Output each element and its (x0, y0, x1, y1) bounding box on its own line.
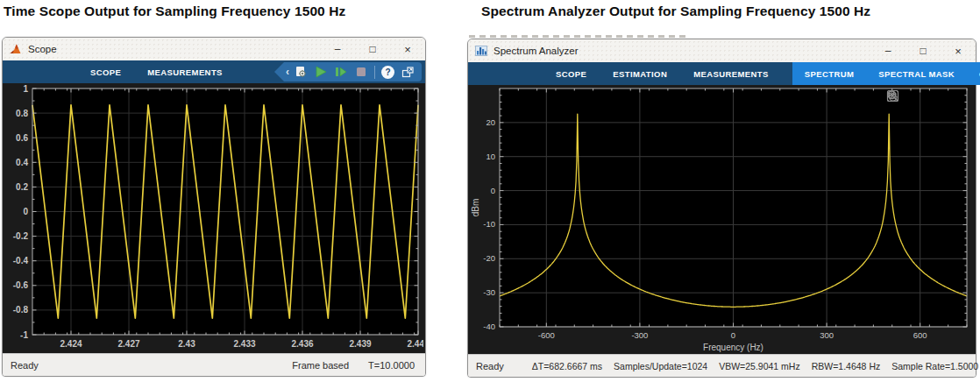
tab-spectral-mask[interactable]: SPECTRAL MASK (866, 62, 967, 85)
svg-text:1: 1 (23, 84, 28, 94)
svg-text:-0.6: -0.6 (13, 280, 29, 290)
scope-statusbar: Ready Frame based T=10.0000 (3, 353, 425, 376)
settings-icon[interactable] (294, 64, 308, 80)
svg-text:2.436: 2.436 (291, 339, 313, 349)
metric-sample-rate: Sample Rate=1.5000 kHz (891, 361, 980, 371)
chevron-left-icon[interactable]: ‹ (286, 66, 289, 78)
svg-text:300: 300 (820, 330, 834, 340)
spectrum-analyzer-logo-icon (475, 46, 487, 56)
pan-icon[interactable] (903, 89, 917, 103)
status-ready: Ready (3, 360, 39, 371)
svg-text:-40: -40 (483, 322, 495, 331)
svg-text:2.424: 2.424 (60, 339, 82, 349)
svg-text:0.2: 0.2 (16, 182, 28, 192)
matlab-logo-icon (10, 44, 22, 54)
status-ready: Ready (468, 361, 504, 371)
metric-vbw: VBW=25.9041 mHz (719, 361, 800, 371)
close-button[interactable]: × (941, 39, 976, 62)
spectrum-titlebar[interactable]: Spectrum Analyzer – □ × (468, 39, 976, 62)
tab-estimation[interactable]: ESTIMATION (600, 62, 680, 85)
tab-measurements[interactable]: MEASUREMENTS (134, 60, 236, 83)
status-sim-time: T=10.0000 (368, 360, 415, 371)
ghost-window-artifact (469, 35, 690, 38)
metric-rbw: RBW=1.4648 Hz (812, 361, 881, 371)
metric-delta-t: ΔT=682.6667 ms (532, 361, 602, 371)
svg-text:-30: -30 (483, 287, 495, 297)
svg-text:0: 0 (23, 207, 28, 216)
toolbar-divider (374, 66, 375, 79)
status-metrics: ΔT=682.6667 ms Samples/Update=1024 VBW=2… (532, 361, 980, 371)
zoom-out-icon[interactable] (936, 89, 950, 103)
svg-text:Frequency (Hz): Frequency (Hz) (703, 343, 763, 352)
svg-text:-600: -600 (538, 330, 555, 340)
spectrum-statusbar: Ready ΔT=682.6667 ms Samples/Update=1024… (468, 354, 976, 377)
maximize-button[interactable]: □ (905, 39, 941, 62)
svg-text:2.43: 2.43 (178, 339, 195, 349)
left-figure-title: Time Scope Output for Sampling Frequency… (4, 4, 345, 19)
expand-icon[interactable] (953, 89, 967, 103)
svg-text:-1: -1 (20, 330, 28, 340)
spectrum-toolstrip: SCOPE ESTIMATION MEASUREMENTS SPECTRUM S… (468, 62, 976, 85)
scope-toolstrip: SCOPE MEASUREMENTS ‹ (3, 60, 425, 83)
step-forward-icon[interactable] (334, 64, 348, 80)
help-icon[interactable]: ? (381, 66, 394, 79)
svg-text:-20: -20 (483, 253, 495, 263)
svg-text:10: 10 (486, 152, 495, 161)
svg-text:0.4: 0.4 (16, 158, 28, 167)
window-title: Scope (28, 44, 57, 54)
svg-text:600: 600 (913, 330, 927, 340)
zoom-in-icon[interactable] (920, 89, 934, 103)
tab-spectrum[interactable]: SPECTRUM (792, 62, 867, 85)
svg-text:0.8: 0.8 (16, 109, 28, 118)
svg-text:2.442: 2.442 (407, 339, 423, 349)
svg-text:-0.4: -0.4 (13, 256, 29, 265)
tab-channel-measurements[interactable]: CHANNEL MEASUREMENTS (967, 62, 980, 85)
tab-scope[interactable]: SCOPE (77, 60, 134, 83)
contextual-tab-group: SPECTRUM SPECTRAL MASK CHANNEL MEASUREME… (792, 62, 980, 85)
svg-text:-0.8: -0.8 (13, 305, 29, 315)
spectrum-plot-area[interactable]: -600-300030060020100-10-20-30-40dBmFrequ… (468, 85, 976, 354)
svg-text:2.433: 2.433 (233, 339, 255, 349)
status-frame-mode: Frame based (292, 360, 349, 371)
metric-samples-per-update: Samples/Update=1024 (614, 361, 707, 371)
minimize-button[interactable]: – (320, 38, 355, 60)
svg-text:-10: -10 (483, 219, 495, 229)
scope-window: Scope – □ × SCOPE MEASUREMENTS ‹ (2, 37, 426, 377)
svg-text:20: 20 (486, 117, 495, 127)
stop-icon[interactable] (354, 64, 368, 80)
scope-plot-area[interactable]: 2.4242.4272.432.4332.4362.4392.44210.80.… (3, 83, 425, 353)
maximize-button[interactable]: □ (355, 38, 390, 60)
window-title: Spectrum Analyzer (494, 46, 579, 56)
scope-titlebar[interactable]: Scope – □ × (3, 38, 425, 60)
dock-icon[interactable] (401, 64, 415, 80)
svg-text:0.6: 0.6 (16, 133, 28, 143)
scope-quick-toolbar: ‹ (274, 62, 422, 81)
right-figure-title: Spectrum Analyzer Output for Sampling Fr… (481, 4, 870, 19)
minimize-button[interactable]: – (870, 39, 905, 62)
tab-scope[interactable]: SCOPE (543, 62, 600, 85)
svg-text:dBm: dBm (471, 199, 480, 217)
svg-text:2.427: 2.427 (117, 339, 139, 349)
close-button[interactable]: × (390, 38, 425, 60)
run-icon[interactable] (314, 64, 328, 80)
svg-text:0: 0 (731, 330, 735, 340)
svg-text:2.439: 2.439 (349, 339, 371, 349)
spectrum-plot-svg: -600-300030060020100-10-20-30-40dBmFrequ… (468, 85, 974, 354)
scope-plot-svg: 2.4242.4272.432.4332.4362.4392.44210.80.… (3, 83, 423, 353)
svg-text:0: 0 (491, 186, 495, 195)
spectrum-analyzer-window: Spectrum Analyzer – □ × SCOPE ESTIMATION… (467, 39, 976, 378)
axes-toolbar (886, 89, 967, 103)
tab-measurements[interactable]: MEASUREMENTS (680, 62, 782, 85)
svg-text:-0.2: -0.2 (13, 231, 29, 241)
svg-text:-300: -300 (631, 330, 648, 340)
